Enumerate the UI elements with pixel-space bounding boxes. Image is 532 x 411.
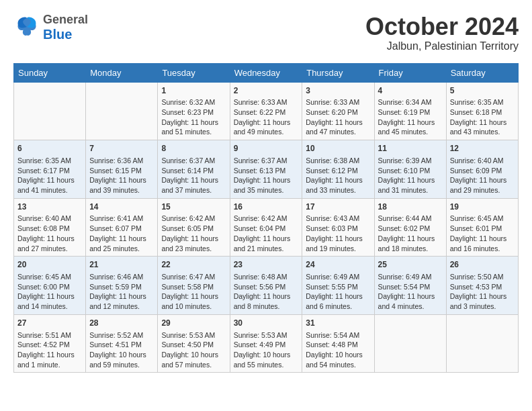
- calendar-week-row: 6Sunrise: 6:35 AMSunset: 6:17 PMDaylight…: [14, 140, 519, 199]
- calendar-cell: 17Sunrise: 6:43 AMSunset: 6:03 PMDayligh…: [302, 198, 374, 257]
- daylight-text: Daylight: 11 hours and 10 minutes.: [161, 291, 226, 311]
- day-number: 24: [306, 259, 370, 271]
- sunset-text: Sunset: 6:19 PM: [378, 107, 443, 118]
- daylight-text: Daylight: 11 hours and 47 minutes.: [306, 118, 370, 137]
- daylight-text: Daylight: 11 hours and 25 minutes.: [89, 234, 154, 253]
- sunset-text: Sunset: 6:20 PM: [306, 107, 370, 118]
- day-number: 9: [234, 143, 299, 154]
- sunrise-text: Sunrise: 5:50 AM: [450, 272, 515, 282]
- day-number: 18: [378, 201, 443, 213]
- daylight-text: Daylight: 11 hours and 43 minutes.: [450, 118, 515, 137]
- calendar-cell: 27Sunrise: 5:51 AMSunset: 4:52 PMDayligh…: [14, 314, 86, 373]
- day-number: 12: [450, 143, 515, 154]
- sunset-text: Sunset: 6:10 PM: [378, 166, 443, 176]
- calendar-cell: 22Sunrise: 6:47 AMSunset: 5:58 PMDayligh…: [158, 257, 230, 315]
- calendar-cell: 1Sunrise: 6:32 AMSunset: 6:23 PMDaylight…: [158, 82, 230, 140]
- sunset-text: Sunset: 4:50 PM: [161, 340, 226, 350]
- sunset-text: Sunset: 4:51 PM: [89, 340, 154, 350]
- sunrise-text: Sunrise: 6:43 AM: [306, 214, 370, 224]
- sunrise-text: Sunrise: 5:53 AM: [161, 330, 226, 340]
- weekday-header: Monday: [86, 63, 158, 82]
- calendar-table: SundayMondayTuesdayWednesdayThursdayFrid…: [13, 63, 519, 373]
- daylight-text: Daylight: 11 hours and 4 minutes.: [378, 291, 443, 311]
- day-number: 5: [450, 85, 515, 97]
- sunrise-text: Sunrise: 6:38 AM: [306, 156, 370, 166]
- day-number: 3: [306, 85, 370, 97]
- sunset-text: Sunset: 6:15 PM: [89, 166, 154, 176]
- day-number: 25: [378, 259, 443, 271]
- weekday-header: Sunday: [14, 63, 86, 82]
- sunset-text: Sunset: 5:58 PM: [161, 282, 226, 292]
- sunrise-text: Sunrise: 6:34 AM: [378, 97, 443, 107]
- logo-general-text: General: [43, 13, 88, 27]
- sunset-text: Sunset: 6:00 PM: [17, 282, 82, 292]
- day-number: 13: [17, 201, 82, 213]
- weekday-header: Wednesday: [230, 63, 302, 82]
- calendar-cell: [374, 314, 446, 373]
- calendar-cell: 2Sunrise: 6:33 AMSunset: 6:22 PMDaylight…: [230, 82, 302, 140]
- daylight-text: Daylight: 11 hours and 29 minutes.: [450, 175, 515, 195]
- calendar-cell: 26Sunrise: 5:50 AMSunset: 4:53 PMDayligh…: [446, 257, 518, 315]
- sunset-text: Sunset: 5:55 PM: [306, 282, 370, 292]
- daylight-text: Daylight: 11 hours and 19 minutes.: [306, 234, 370, 253]
- day-number: 22: [161, 259, 226, 271]
- sunset-text: Sunset: 4:53 PM: [450, 282, 515, 292]
- day-number: 2: [234, 85, 299, 97]
- logo-bird-icon: [13, 15, 40, 39]
- calendar-cell: 18Sunrise: 6:44 AMSunset: 6:02 PMDayligh…: [374, 198, 446, 257]
- calendar-cell: 5Sunrise: 6:35 AMSunset: 6:18 PMDaylight…: [446, 82, 518, 140]
- day-number: 4: [378, 85, 443, 97]
- sunrise-text: Sunrise: 6:40 AM: [17, 214, 82, 224]
- calendar-cell: [446, 314, 518, 373]
- calendar-cell: 30Sunrise: 5:53 AMSunset: 4:49 PMDayligh…: [230, 314, 302, 373]
- sunrise-text: Sunrise: 6:40 AM: [450, 156, 515, 166]
- calendar-cell: 8Sunrise: 6:37 AMSunset: 6:14 PMDaylight…: [158, 140, 230, 199]
- sunset-text: Sunset: 6:05 PM: [161, 224, 226, 234]
- calendar-cell: 9Sunrise: 6:37 AMSunset: 6:13 PMDaylight…: [230, 140, 302, 199]
- daylight-text: Daylight: 10 hours and 54 minutes.: [306, 350, 370, 369]
- daylight-text: Daylight: 11 hours and 21 minutes.: [234, 234, 299, 253]
- sunset-text: Sunset: 4:48 PM: [306, 340, 370, 350]
- daylight-text: Daylight: 11 hours and 49 minutes.: [234, 118, 299, 137]
- title-block: October 2024 Jalbun, Palestinian Territo…: [365, 13, 519, 52]
- sunset-text: Sunset: 6:03 PM: [306, 224, 370, 234]
- weekday-header: Thursday: [302, 63, 374, 82]
- day-number: 8: [161, 143, 226, 154]
- sunrise-text: Sunrise: 6:32 AM: [161, 97, 226, 107]
- sunset-text: Sunset: 5:54 PM: [378, 282, 443, 292]
- logo-blue-text: Blue: [43, 27, 88, 42]
- sunrise-text: Sunrise: 6:37 AM: [161, 156, 226, 166]
- calendar-cell: 21Sunrise: 6:46 AMSunset: 5:59 PMDayligh…: [86, 257, 158, 315]
- calendar-cell: 11Sunrise: 6:39 AMSunset: 6:10 PMDayligh…: [374, 140, 446, 199]
- daylight-text: Daylight: 10 hours and 57 minutes.: [161, 350, 226, 369]
- sunset-text: Sunset: 5:56 PM: [234, 282, 299, 292]
- sunset-text: Sunset: 6:17 PM: [17, 166, 82, 176]
- daylight-text: Daylight: 11 hours and 8 minutes.: [234, 291, 299, 311]
- sunrise-text: Sunrise: 5:53 AM: [234, 330, 299, 340]
- sunset-text: Sunset: 6:23 PM: [161, 107, 226, 118]
- sunrise-text: Sunrise: 6:49 AM: [306, 272, 370, 282]
- sunrise-text: Sunrise: 6:36 AM: [89, 156, 154, 166]
- day-number: 27: [17, 318, 82, 329]
- location-label: Jalbun, Palestinian Territory: [365, 40, 519, 52]
- sunrise-text: Sunrise: 6:47 AM: [161, 272, 226, 282]
- sunset-text: Sunset: 6:09 PM: [450, 166, 515, 176]
- sunset-text: Sunset: 6:01 PM: [450, 224, 515, 234]
- sunrise-text: Sunrise: 6:35 AM: [17, 156, 82, 166]
- day-number: 6: [17, 143, 82, 154]
- weekday-header: Saturday: [446, 63, 518, 82]
- calendar-week-row: 1Sunrise: 6:32 AMSunset: 6:23 PMDaylight…: [14, 82, 519, 140]
- day-number: 29: [161, 318, 226, 329]
- calendar-cell: 29Sunrise: 5:53 AMSunset: 4:50 PMDayligh…: [158, 314, 230, 373]
- sunset-text: Sunset: 4:52 PM: [17, 340, 82, 350]
- sunset-text: Sunset: 6:07 PM: [89, 224, 154, 234]
- sunrise-text: Sunrise: 5:51 AM: [17, 330, 82, 340]
- day-number: 21: [89, 259, 154, 271]
- daylight-text: Daylight: 11 hours and 6 minutes.: [306, 291, 370, 311]
- sunset-text: Sunset: 6:14 PM: [161, 166, 226, 176]
- calendar-cell: 15Sunrise: 6:42 AMSunset: 6:05 PMDayligh…: [158, 198, 230, 257]
- weekday-header: Friday: [374, 63, 446, 82]
- daylight-text: Daylight: 11 hours and 16 minutes.: [450, 234, 515, 253]
- sunset-text: Sunset: 6:12 PM: [306, 166, 370, 176]
- sunset-text: Sunset: 4:49 PM: [234, 340, 299, 350]
